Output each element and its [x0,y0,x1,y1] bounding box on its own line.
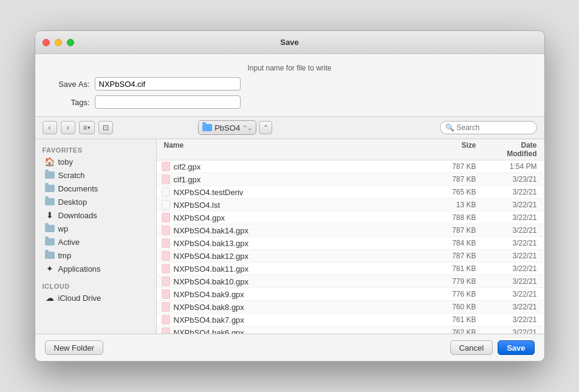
table-row[interactable]: NXPbSO4.lst 13 KB 3/22/21 [157,199,544,211]
file-icon [162,238,170,248]
table-row[interactable]: NXPbSO4.bak8.gpx 760 KB 3/22/21 [157,301,544,314]
table-row[interactable]: NXPbSO4.bak7.gpx 761 KB 3/22/21 [157,314,544,326]
file-name-cell: NXPbSO4.bak9.gpx [157,289,435,299]
cancel-button[interactable]: Cancel [450,340,493,355]
location-name: PbSO4 [214,123,240,132]
sidebar-item-label-toby: toby [58,157,74,167]
sidebar-item-toby[interactable]: 🏠 toby [38,155,154,168]
tmp-folder-icon [45,250,55,260]
file-name: cif1.gpx [174,175,201,184]
traffic-lights [43,39,74,46]
tags-input[interactable] [95,95,241,109]
table-row[interactable]: NXPbSO4.bak12.gpx 787 KB 3/22/21 [157,250,544,263]
file-name-cell: NXPbSO4.bak6.gpx [157,328,435,334]
toolbar: ‹ › ≡ ▾ ⊡ PbSO4 ⌃⌄ ⌃ 🔍 [35,116,544,139]
table-row[interactable]: NXPbSO4.bak6.gpx 762 KB 3/22/21 [157,326,544,334]
sidebar-item-label-wp: wp [58,224,69,233]
sidebar-item-tmp[interactable]: tmp [38,249,154,262]
sidebar-item-label-documents: Documents [58,184,98,193]
file-icon [162,213,170,222]
maximize-button[interactable] [67,39,74,46]
table-row[interactable]: NXPbSO4.testDeriv 765 KB 3/22/21 [157,186,544,199]
table-row[interactable]: NXPbSO4.bak10.gpx 779 KB 3/22/21 [157,275,544,288]
new-folder-button[interactable]: New Folder [45,340,103,355]
sidebar-item-wp[interactable]: wp [38,222,154,235]
home-icon: 🏠 [45,157,55,167]
file-icon [162,251,170,261]
chevron-down-icon: ▾ [87,125,91,131]
file-date-cell: 3/22/21 [484,277,544,286]
file-name-cell: NXPbSO4.bak14.gpx [157,225,435,235]
file-date-cell: 3/22/21 [484,188,544,196]
folder-icon [202,124,212,131]
titlebar: Save [35,31,544,54]
file-size-cell: 787 KB [435,162,484,171]
file-icon [162,328,170,334]
save-as-input[interactable] [95,77,241,91]
sidebar-item-applications[interactable]: ✦ Applications [38,262,154,275]
file-icon [162,264,170,273]
file-name: NXPbSO4.bak7.gpx [174,315,244,325]
applications-icon: ✦ [45,264,55,273]
back-button[interactable]: ‹ [43,121,57,134]
file-date-cell: 3/22/21 [484,303,544,311]
sidebar-item-label-icloud-drive: iCloud Drive [58,294,101,303]
sidebar-item-scratch[interactable]: Scratch [38,168,154,182]
file-list-area: Name Size Date Modified cif2.gpx 787 KB … [157,139,544,334]
minimize-button[interactable] [55,39,62,46]
save-as-label: Save As: [47,80,90,89]
new-folder-toolbar-button[interactable]: ⊡ [98,121,113,134]
column-date: Date Modified [484,141,544,158]
file-name: NXPbSO4.bak8.gpx [174,303,244,312]
file-size-cell: 781 KB [435,264,484,273]
file-size-cell: 13 KB [435,201,484,209]
table-row[interactable]: NXPbSO4.bak11.gpx 781 KB 3/22/21 [157,263,544,275]
sidebar-item-documents[interactable]: Documents [38,182,154,195]
new-folder-icon: ⊡ [103,123,109,132]
active-folder-icon [45,237,55,247]
file-name: NXPbSO4.gpx [174,213,225,222]
forward-button[interactable]: › [61,121,75,134]
file-name: NXPbSO4.bak6.gpx [174,328,244,334]
table-row[interactable]: cif2.gpx 787 KB 1:54 PM [157,160,544,173]
file-name-cell: NXPbSO4.bak12.gpx [157,251,435,261]
chevron-updown-icon: ⌃⌄ [242,125,252,131]
expand-button[interactable]: ⌃ [259,121,272,134]
sidebar-item-label-active: Active [58,238,80,247]
sidebar-item-downloads[interactable]: ⬇ Downloads [38,208,154,222]
file-name: NXPbSO4.bak14.gpx [174,226,249,235]
file-icon [162,162,170,171]
table-row[interactable]: NXPbSO4.bak14.gpx 787 KB 3/22/21 [157,224,544,237]
file-name: NXPbSO4.bak13.gpx [174,239,249,248]
column-name: Name [157,141,435,158]
table-row[interactable]: NXPbSO4.bak13.gpx 784 KB 3/22/21 [157,237,544,250]
file-name-cell: NXPbSO4.bak7.gpx [157,315,435,325]
file-list-header: Name Size Date Modified [157,139,544,160]
file-icon [162,200,170,210]
file-icon [162,174,170,184]
search-box[interactable]: 🔍 [440,121,537,134]
file-name-cell: NXPbSO4.bak10.gpx [157,277,435,286]
table-row[interactable]: cif1.gpx 787 KB 3/23/21 [157,173,544,186]
location-dropdown[interactable]: PbSO4 ⌃⌄ [198,120,256,135]
file-date-cell: 3/22/21 [484,213,544,222]
save-as-row: Save As: [47,77,532,91]
search-input[interactable] [457,123,532,132]
table-row[interactable]: NXPbSO4.gpx 788 KB 3/22/21 [157,211,544,224]
file-date-cell: 3/22/21 [484,239,544,247]
table-row[interactable]: NXPbSO4.bak9.gpx 776 KB 3/22/21 [157,288,544,301]
close-button[interactable] [43,39,50,46]
file-size-cell: 788 KB [435,213,484,222]
file-name: NXPbSO4.bak10.gpx [174,277,249,286]
file-icon [162,315,170,325]
sidebar-item-desktop[interactable]: Desktop [38,195,154,208]
sidebar-item-active[interactable]: Active [38,235,154,249]
view-options-button[interactable]: ≡ ▾ [79,121,95,134]
file-size-cell: 776 KB [435,290,484,298]
save-button[interactable]: Save [498,340,534,355]
sidebar-item-icloud-drive[interactable]: ☁ iCloud Drive [38,291,154,304]
file-size-cell: 761 KB [435,315,484,324]
file-name-cell: NXPbSO4.gpx [157,213,435,222]
file-size-cell: 787 KB [435,226,484,235]
file-icon [162,289,170,299]
